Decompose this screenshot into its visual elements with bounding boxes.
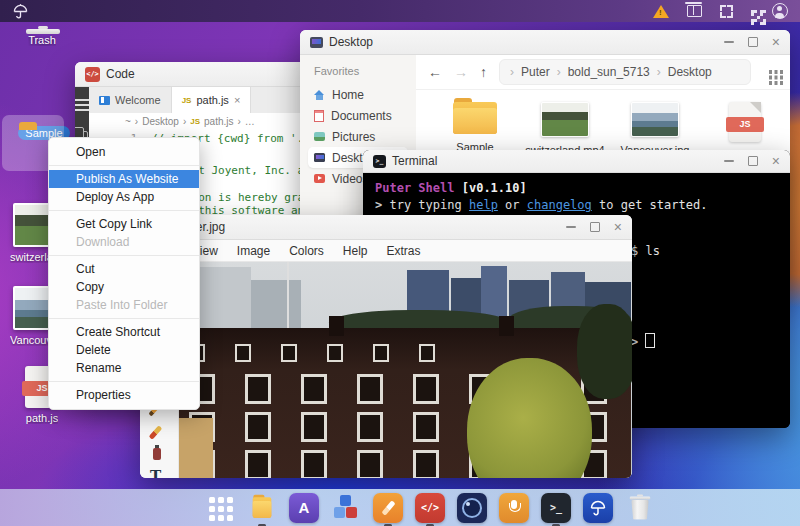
desktop-icon-trash[interactable]: Trash [10, 30, 74, 50]
account-icon[interactable] [772, 3, 788, 19]
js-file-icon: JS [729, 102, 761, 142]
sidebar-header: Favorites [314, 65, 408, 77]
menu-help[interactable]: Help [343, 244, 368, 258]
launcher-grid-icon [209, 497, 215, 503]
taskbar-code[interactable]: </> [415, 493, 445, 523]
gift-icon[interactable] [687, 5, 702, 17]
close-tab-icon[interactable]: × [234, 94, 240, 106]
toolbar: ← → ↑ › Puter › bold_sun_5713 › Desktop [416, 55, 790, 90]
close-button[interactable]: × [614, 222, 622, 232]
taskbar-trash[interactable] [631, 500, 649, 518]
paint-titlebar[interactable]: Vancouver.jpg × [140, 215, 632, 240]
sidebar-item-pictures[interactable]: Pictures [308, 126, 408, 147]
menu-colors[interactable]: Colors [289, 244, 324, 258]
menu-item-publish-as-website[interactable]: Publish As Website [49, 170, 199, 188]
menu-item-rename[interactable]: Rename [49, 359, 199, 377]
taskbar-recorder[interactable] [499, 493, 529, 523]
maximize-button[interactable] [590, 222, 600, 232]
maximize-button[interactable] [748, 37, 758, 47]
taskbar-files[interactable] [247, 493, 277, 523]
photo-tree [577, 304, 632, 399]
tab-pathjs[interactable]: JS path.js × [172, 87, 252, 113]
breadcrumb-user[interactable]: bold_sun_5713 [568, 65, 650, 79]
terminal-titlebar[interactable]: >_ Terminal × [363, 150, 790, 173]
video-thumbnail [541, 102, 589, 137]
forward-button[interactable]: → [454, 64, 468, 80]
puter-logo-icon[interactable] [12, 3, 29, 20]
files-titlebar[interactable]: Desktop × [300, 30, 790, 55]
home-icon [314, 90, 325, 100]
tab-welcome[interactable]: Welcome [89, 87, 172, 113]
help-link[interactable]: help [469, 198, 498, 212]
menu-item-get-copy-link[interactable]: Get Copy Link [49, 215, 199, 233]
desktop-icon [314, 153, 325, 162]
brush-tool-icon[interactable] [149, 425, 163, 439]
close-button[interactable]: × [772, 37, 780, 47]
menu-item-create-shortcut[interactable]: Create Shortcut [49, 323, 199, 341]
minimize-button[interactable] [566, 226, 576, 228]
photo-building [251, 280, 301, 332]
up-button[interactable]: ↑ [480, 64, 487, 80]
airbrush-tool-icon[interactable] [153, 448, 161, 460]
menu-item-delete[interactable]: Delete [49, 341, 199, 359]
taskbar-terminal[interactable]: >_ [541, 493, 571, 523]
text-tool-icon[interactable]: T [150, 467, 161, 478]
menu-item-cut[interactable]: Cut [49, 260, 199, 278]
breadcrumb-puter[interactable]: Puter [521, 65, 550, 79]
menu-item-download[interactable]: Download [49, 233, 199, 251]
menu-separator [49, 381, 199, 382]
taskbar-app-launcher[interactable] [205, 493, 235, 523]
sidebar-item-documents[interactable]: Documents [308, 105, 408, 126]
photo-canvas[interactable] [179, 262, 632, 478]
back-button[interactable]: ← [428, 64, 442, 80]
grid-view-icon[interactable] [769, 70, 773, 74]
taskbar-camera[interactable] [457, 493, 487, 523]
context-menu: Open Publish As Website Deploy As App Ge… [48, 137, 200, 410]
window-title: Terminal [392, 154, 437, 168]
menu-icon[interactable] [75, 99, 89, 101]
window-title: Desktop [329, 35, 373, 49]
documents-icon [314, 110, 324, 122]
paint-icon [373, 493, 403, 523]
taskbar: A </> >_ [0, 489, 800, 526]
taskbar-text-editor[interactable]: A [289, 493, 319, 523]
breadcrumb[interactable]: ~ › Desktop › JS path.js › … [89, 113, 310, 129]
shell-hint: > try typing help or changelog to get st… [375, 197, 778, 214]
editor-icon: A [289, 493, 319, 523]
icon-label: Trash [28, 34, 56, 46]
desktop-folder-icon [310, 37, 323, 48]
menu-image[interactable]: Image [237, 244, 270, 258]
menu-extras[interactable]: Extras [387, 244, 421, 258]
code-titlebar[interactable]: </> Code [75, 62, 310, 87]
menu-separator [49, 210, 199, 211]
taskbar-puter-app[interactable] [583, 493, 613, 523]
maximize-button[interactable] [748, 156, 758, 166]
taskbar-dev-cubes[interactable] [331, 493, 361, 523]
breadcrumb[interactable]: › Puter › bold_sun_5713 › Desktop [499, 59, 751, 85]
menu-item-open[interactable]: Open [49, 143, 199, 161]
changelog-link[interactable]: changelog [527, 198, 592, 212]
minimize-button[interactable] [724, 41, 734, 43]
warning-icon[interactable]: ! [653, 5, 669, 18]
sidebar-item-home[interactable]: Home [308, 84, 408, 105]
taskbar-paint[interactable] [373, 493, 403, 523]
image-thumbnail [631, 102, 679, 137]
close-button[interactable]: × [772, 156, 780, 166]
terminal-cursor [645, 333, 655, 348]
code-icon: </> [415, 493, 445, 523]
menu-item-copy[interactable]: Copy [49, 278, 199, 296]
menu-bar: View Image Colors Help Extras [140, 240, 632, 262]
menu-item-deploy-as-app[interactable]: Deploy As App [49, 188, 199, 206]
window-row [189, 344, 631, 362]
menu-item-paste-into-folder[interactable]: Paste Into Folder [49, 296, 199, 314]
breadcrumb-desktop[interactable]: Desktop [668, 65, 712, 79]
window-title: Code [106, 67, 135, 81]
fullscreen-icon[interactable] [720, 5, 733, 18]
menu-separator [49, 318, 199, 319]
code-fragment: sion is hereby gra [185, 191, 304, 204]
menu-item-properties[interactable]: Properties [49, 386, 199, 404]
shell-banner: Puter Shell [v0.1.10] [375, 180, 778, 197]
qr-code-icon[interactable] [751, 10, 754, 13]
minimize-button[interactable] [724, 160, 734, 162]
command-line-fragment: $ ls [631, 243, 660, 260]
